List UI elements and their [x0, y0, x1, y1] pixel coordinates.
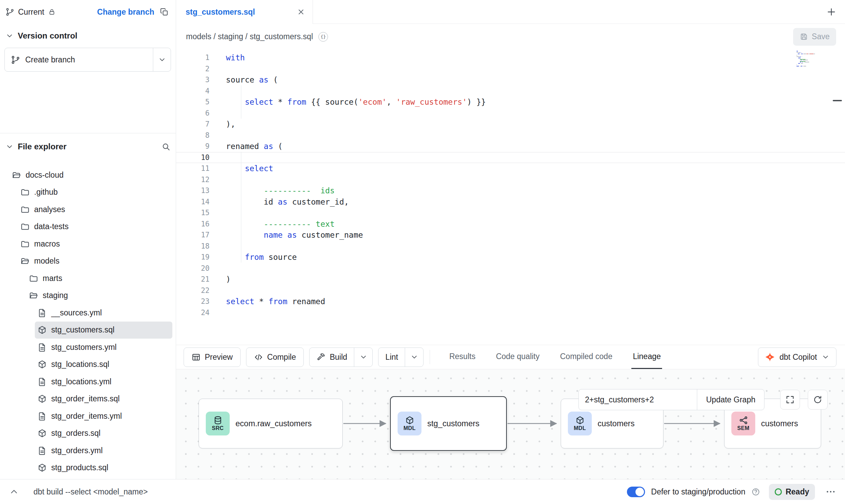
- lineage-node-src-ecom-raw-customers[interactable]: SRCecom.raw_customers: [199, 399, 343, 448]
- tree-item-macros[interactable]: macros: [18, 235, 172, 253]
- code-editor[interactable]: 1with23source as (45 select * from {{ so…: [176, 49, 845, 345]
- cube-icon: [575, 416, 585, 425]
- preview-button[interactable]: Preview: [184, 347, 241, 367]
- line-number: 15: [176, 207, 210, 219]
- file-explorer-title: File explorer: [18, 142, 67, 151]
- line-code: select * from renamed: [226, 296, 325, 307]
- ready-status[interactable]: Ready: [769, 484, 815, 500]
- line-code: select * from {{ source('ecom', 'raw_cus…: [226, 97, 486, 108]
- lint-split-button: Lint: [378, 347, 424, 367]
- code-line-2[interactable]: 2: [176, 63, 845, 75]
- refresh-icon: [813, 395, 822, 404]
- code-line-9[interactable]: 9renamed as (: [176, 141, 845, 152]
- chevron-down-icon: [821, 353, 830, 361]
- close-tab-icon[interactable]: [297, 8, 305, 16]
- current-branch[interactable]: Current: [5, 8, 56, 17]
- code-line-12[interactable]: 12: [176, 174, 845, 186]
- folder-icon: [20, 239, 30, 249]
- more-options-icon[interactable]: [825, 486, 836, 497]
- ready-status-icon: [775, 488, 782, 495]
- compile-button[interactable]: Compile: [246, 347, 304, 367]
- defer-toggle[interactable]: [627, 487, 645, 497]
- code-line-15[interactable]: 15: [176, 207, 845, 219]
- code-line-7[interactable]: 7),: [176, 119, 845, 130]
- code-line-11[interactable]: 11 select: [176, 163, 845, 174]
- tree-item-stg-locations-yml[interactable]: stg_locations.yml: [35, 373, 172, 390]
- branch-actions: Change branch: [97, 8, 169, 17]
- refresh-button[interactable]: [808, 390, 828, 410]
- hammer-icon: [316, 353, 326, 362]
- code-line-19[interactable]: 19 from source: [176, 252, 845, 263]
- code-line-20[interactable]: 20: [176, 263, 845, 274]
- lineage-panel[interactable]: SRCecom.raw_customersMDLstg_customersMDL…: [176, 369, 845, 479]
- code-line-6[interactable]: 6: [176, 108, 845, 119]
- chevron-down-icon[interactable]: [5, 32, 14, 40]
- toolbar-divider: [430, 350, 430, 364]
- code-line-1[interactable]: 1with: [176, 52, 845, 63]
- tree-item-marts[interactable]: marts: [26, 270, 172, 287]
- tree-item--github[interactable]: .github: [18, 184, 172, 201]
- code-line-3[interactable]: 3source as (: [176, 74, 845, 86]
- tree-item-stg-order-items-sql[interactable]: stg_order_items.sql: [35, 390, 172, 408]
- code-line-18[interactable]: 18: [176, 241, 845, 252]
- search-icon[interactable]: [161, 142, 170, 151]
- panel-tab-compiled-code[interactable]: Compiled code: [559, 345, 614, 369]
- update-graph-button[interactable]: Update Graph: [697, 389, 764, 410]
- code-line-22[interactable]: 22: [176, 285, 845, 296]
- tree-item-stg-order-items-yml[interactable]: stg_order_items.yml: [35, 407, 172, 425]
- chevron-down-icon[interactable]: [5, 143, 14, 151]
- tree-item-stg-orders-sql[interactable]: stg_orders.sql: [35, 425, 172, 442]
- code-line-21[interactable]: 21): [176, 274, 845, 285]
- save-button[interactable]: Save: [793, 28, 836, 46]
- tab-stg-customers-sql[interactable]: stg_customers.sql: [176, 0, 313, 24]
- tree-item-docs-cloud[interactable]: docs-cloud: [9, 166, 172, 184]
- tree-item-label: stg_locations.sql: [51, 360, 109, 369]
- chevron-down-icon: [158, 56, 166, 64]
- tree-item-stg-products-sql[interactable]: stg_products.sql: [35, 459, 172, 477]
- code-line-16[interactable]: 16 ---------- text: [176, 219, 845, 230]
- fullscreen-icon: [785, 395, 795, 404]
- code-line-10[interactable]: 10: [176, 152, 845, 163]
- tree-item-staging[interactable]: staging: [26, 287, 172, 305]
- tree-item-stg-customers-yml[interactable]: stg_customers.yml: [35, 339, 172, 356]
- panel-tab-lineage[interactable]: Lineage: [631, 345, 662, 369]
- lint-dropdown[interactable]: [405, 348, 423, 367]
- tree-item-stg-customers-sql[interactable]: stg_customers.sql: [35, 322, 172, 339]
- tree-item--sources-yml[interactable]: __sources.yml: [35, 304, 172, 322]
- tree-item-models[interactable]: models: [18, 253, 172, 270]
- code-line-4[interactable]: 4: [176, 86, 845, 97]
- create-branch-button[interactable]: Create branch: [5, 48, 153, 71]
- minimap[interactable]: [797, 51, 815, 67]
- tree-item-stg-orders-yml[interactable]: stg_orders.yml: [35, 442, 172, 459]
- tree-item-label: stg_customers.sql: [51, 325, 114, 335]
- build-dropdown[interactable]: [354, 348, 372, 367]
- copy-icon[interactable]: [160, 8, 169, 16]
- help-icon[interactable]: [751, 488, 760, 496]
- create-branch-dropdown[interactable]: [153, 48, 171, 71]
- build-button[interactable]: Build: [310, 348, 354, 367]
- code-line-17[interactable]: 17 name as customer_name: [176, 229, 845, 241]
- change-branch-link[interactable]: Change branch: [97, 8, 154, 17]
- code-line-23[interactable]: 23select * from renamed: [176, 296, 845, 307]
- code-line-13[interactable]: 13 ---------- ids: [176, 185, 845, 196]
- scrollbar-thumb[interactable]: [833, 100, 842, 101]
- code-line-24[interactable]: 24: [176, 307, 845, 318]
- dbt-copilot-button[interactable]: dbt Copilot: [758, 347, 836, 367]
- lineage-selector-input[interactable]: [578, 389, 697, 410]
- tree-item-analyses[interactable]: analyses: [18, 201, 172, 218]
- preview-label: Preview: [205, 353, 233, 362]
- tree-item-stg-locations-sql[interactable]: stg_locations.sql: [35, 356, 172, 373]
- line-number: 24: [176, 307, 210, 318]
- code-line-8[interactable]: 8: [176, 130, 845, 141]
- file-icon: [38, 446, 47, 455]
- fullscreen-button[interactable]: [780, 390, 800, 410]
- panel-tab-code-quality[interactable]: Code quality: [495, 345, 541, 369]
- new-tab-button[interactable]: [826, 6, 837, 17]
- tree-item-data-tests[interactable]: data-tests: [18, 218, 172, 236]
- collapse-panel-icon[interactable]: [9, 487, 19, 497]
- lineage-node-mdl-stg-customers[interactable]: MDLstg_customers: [390, 396, 507, 451]
- code-line-14[interactable]: 14 id as customer_id,: [176, 196, 845, 208]
- panel-tab-results[interactable]: Results: [448, 345, 477, 369]
- code-line-5[interactable]: 5 select * from {{ source('ecom', 'raw_c…: [176, 97, 845, 108]
- lint-button[interactable]: Lint: [378, 348, 405, 367]
